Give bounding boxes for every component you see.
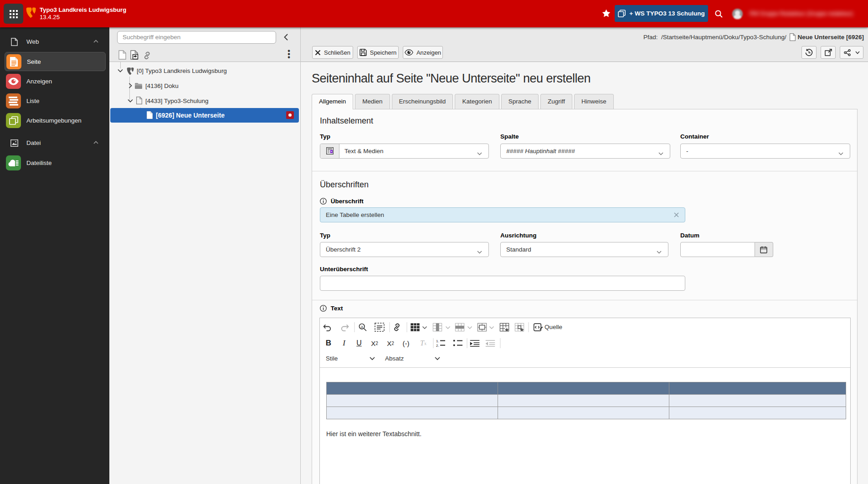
svg-text:a: a — [360, 324, 363, 329]
svg-text:2.: 2. — [436, 344, 439, 347]
svg-text:1.: 1. — [436, 339, 439, 343]
